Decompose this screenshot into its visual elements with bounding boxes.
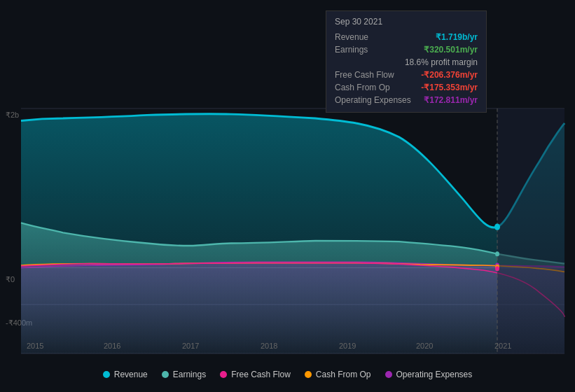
x-label-2018: 2018 <box>261 342 277 350</box>
legend-cashop-label: Cash From Op <box>316 370 371 379</box>
tooltip-fcf-label: Free Cash Flow <box>335 70 394 80</box>
legend-earnings-label: Earnings <box>173 370 206 379</box>
tooltip-cashop-row: Cash From Op -₹175.353m/yr <box>335 81 478 94</box>
x-label-2017: 2017 <box>182 342 199 350</box>
legend-revenue-label: Revenue <box>114 370 148 379</box>
tooltip-revenue-row: Revenue ₹1.719b/yr <box>335 31 478 43</box>
legend-fcf-label: Free Cash Flow <box>231 370 291 379</box>
legend-fcf-dot <box>220 371 227 378</box>
legend-earnings[interactable]: Earnings <box>162 370 206 379</box>
chart-svg <box>21 108 564 354</box>
legend-opex-dot <box>385 371 392 378</box>
legend-fcf[interactable]: Free Cash Flow <box>220 370 291 379</box>
y-label-0: ₹0 <box>6 275 15 284</box>
legend-opex[interactable]: Operating Expenses <box>385 370 473 379</box>
tooltip-earnings-value: ₹320.501m/yr <box>424 45 478 55</box>
fcf-dot <box>495 266 499 271</box>
legend-cashop[interactable]: Cash From Op <box>305 370 371 379</box>
tooltip-cashop-value: -₹175.353m/yr <box>421 83 478 92</box>
highlight-region <box>497 108 564 354</box>
tooltip-earnings-row: Earnings ₹320.501m/yr <box>335 43 478 56</box>
chart-legend: Revenue Earnings Free Cash Flow Cash Fro… <box>0 364 575 385</box>
x-label-2016: 2016 <box>104 342 120 350</box>
x-label-2015: 2015 <box>27 342 43 350</box>
legend-revenue[interactable]: Revenue <box>103 370 148 379</box>
legend-opex-label: Operating Expenses <box>396 370 473 379</box>
tooltip: Sep 30 2021 Revenue ₹1.719b/yr Earnings … <box>326 10 487 113</box>
earnings-dot <box>495 251 499 256</box>
tooltip-profit-margin: 18.6% profit margin <box>405 57 478 67</box>
tooltip-opex-row: Operating Expenses ₹172.811m/yr <box>335 94 478 106</box>
legend-revenue-dot <box>103 371 110 378</box>
legend-earnings-dot <box>162 371 169 378</box>
tooltip-opex-value: ₹172.811m/yr <box>424 95 478 105</box>
opex-fill <box>21 262 564 354</box>
tooltip-revenue-label: Revenue <box>335 32 368 42</box>
tooltip-date: Sep 30 2021 <box>335 17 478 27</box>
legend-cashop-dot <box>305 371 312 378</box>
tooltip-profit-row: 18.6% profit margin <box>335 56 478 69</box>
tooltip-fcf-value: -₹206.376m/yr <box>421 70 478 80</box>
x-label-2019: 2019 <box>339 342 356 350</box>
tooltip-opex-label: Operating Expenses <box>335 95 411 105</box>
tooltip-fcf-row: Free Cash Flow -₹206.376m/yr <box>335 69 478 81</box>
x-label-2021: 2021 <box>494 342 511 350</box>
tooltip-revenue-value: ₹1.719b/yr <box>436 32 478 42</box>
revenue-dot <box>494 224 500 230</box>
chart-container: Sep 30 2021 Revenue ₹1.719b/yr Earnings … <box>0 0 575 392</box>
chart-area <box>21 108 564 354</box>
tooltip-earnings-label: Earnings <box>335 45 368 55</box>
y-label-2b: ₹2b <box>6 111 19 120</box>
tooltip-cashop-label: Cash From Op <box>335 83 390 92</box>
x-label-2020: 2020 <box>416 342 433 350</box>
